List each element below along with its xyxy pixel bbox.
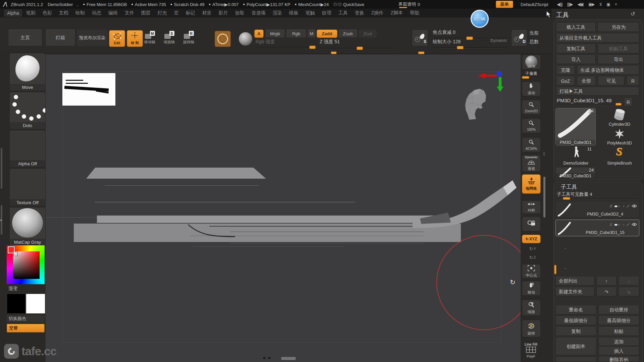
load-from-project-button[interactable]: 从项目文件载入工具 xyxy=(556,34,639,43)
list-all-button[interactable]: 全部列出 xyxy=(555,277,594,286)
menu-item[interactable]: Alpha xyxy=(4,9,22,17)
make-polymesh-button[interactable]: 生成 多边形网格物体 xyxy=(577,66,639,75)
restore-icon[interactable]: ▣ xyxy=(606,2,610,7)
clone-button[interactable]: 克隆 xyxy=(556,66,575,75)
menu-item[interactable]: 灯光 xyxy=(155,9,170,17)
menu-item[interactable]: Z插件 xyxy=(368,9,387,17)
import-button[interactable]: 导入 xyxy=(556,55,596,64)
material-sphere-icon[interactable] xyxy=(239,32,252,46)
canvas-scrollbar[interactable] xyxy=(281,357,296,360)
z-intensity-handle[interactable] xyxy=(357,47,363,50)
floor-grid-button[interactable]: 地网格 xyxy=(522,174,541,194)
divider-handle[interactable] xyxy=(331,52,336,54)
menu-item[interactable]: 帮助 xyxy=(407,9,422,17)
bpr-button[interactable]: BPR xyxy=(522,55,541,69)
save-as-button[interactable]: 另存为 xyxy=(598,23,639,32)
rotate-y-button[interactable]: ↻Y xyxy=(523,245,542,252)
menu-item[interactable]: 工具 xyxy=(335,9,351,17)
menu-item[interactable]: 模板 xyxy=(286,9,302,17)
current-material-button[interactable]: MatCap Gray xyxy=(9,207,46,246)
lowest-subdiv-button[interactable]: 最低级细分 xyxy=(555,316,596,325)
paste-tool-button[interactable]: 粘贴工具 xyxy=(598,45,639,53)
divider-left-icon[interactable]: ◀|||| xyxy=(557,2,562,7)
switch-color-button[interactable]: 切换颜色 xyxy=(7,315,45,322)
menu-item[interactable]: 宏 xyxy=(171,9,182,17)
active-tool-slider[interactable] xyxy=(557,104,623,105)
rotate-view-button[interactable]: 旋转 xyxy=(522,320,541,337)
minimize-icon[interactable]: ⊻ xyxy=(599,2,602,7)
half-icon[interactable]: ◐ xyxy=(618,222,621,227)
dock-left-icon[interactable]: ◀▣ xyxy=(577,2,584,7)
menu-item[interactable]: 标记 xyxy=(183,9,198,17)
rotate-axis-button[interactable]: R 旋转轴 xyxy=(183,31,194,45)
menu-item[interactable]: 色彩 xyxy=(40,9,55,17)
tool-item-cube-small[interactable]: 24 PM3D_Cube3D1 xyxy=(555,167,596,179)
half2-icon[interactable]: ◑ xyxy=(622,222,625,227)
paste-subtool-button[interactable]: 粘贴 xyxy=(598,327,639,336)
subtool-visible-handle[interactable] xyxy=(563,197,570,200)
half2-icon[interactable]: ◑ xyxy=(622,204,625,208)
focal-shift-handle[interactable] xyxy=(466,37,473,40)
subtool-item-selected[interactable]: ⇵ ●● ◐ ◑ PM3D_Cube3D1_15 xyxy=(555,220,639,236)
rgb-intensity-slider[interactable] xyxy=(256,47,315,48)
dynamic-size-button[interactable]: D xyxy=(511,30,527,46)
frame-center-button[interactable]: 中心点 xyxy=(522,264,541,278)
draw-size-slider[interactable] xyxy=(433,47,507,48)
gradient-label[interactable]: 渐变 xyxy=(8,286,18,292)
tool-item-demosoldier[interactable]: 11 DemoSoldier xyxy=(555,146,596,166)
menu-item[interactable]: 文件 xyxy=(122,9,137,17)
menu-item[interactable]: 纹理 xyxy=(319,9,334,17)
rotate-xyz-button[interactable]: ↻ XYZ xyxy=(522,235,541,243)
lightbox-tool-button[interactable]: 灯箱▶工具 xyxy=(556,87,639,96)
auto-reorder-button[interactable]: 自动重排 xyxy=(598,306,639,314)
viewport-canvas[interactable]: ↻ ◀ ▶ xyxy=(46,54,521,362)
color-picker[interactable] xyxy=(7,245,45,284)
move-to-folder-button[interactable]: ↷ xyxy=(596,288,616,296)
tool-item-polymesh[interactable]: PolyMesh3D xyxy=(599,127,640,145)
zoom2d-button[interactable]: Zoom2D xyxy=(522,100,541,115)
divider-right-icon[interactable]: ||||▶ xyxy=(567,2,573,7)
goz-all-button[interactable]: 全部 xyxy=(577,77,596,85)
menu-item[interactable]: 笔刷 xyxy=(23,9,39,17)
scale-axis-button[interactable]: S 缩放轴 xyxy=(164,31,175,45)
subtool-up-button[interactable]: ↑ xyxy=(596,277,616,286)
move-axis-button[interactable]: M 移动轴 xyxy=(144,31,155,45)
dock-right-icon[interactable]: ▣▶ xyxy=(588,2,595,7)
move-down-folder-button[interactable]: ↳ xyxy=(619,288,639,296)
goz-r-button[interactable]: R xyxy=(627,77,639,85)
rgb-button[interactable]: Rgb xyxy=(286,29,307,38)
copy-subtool-button[interactable]: 复制 xyxy=(555,327,596,336)
canvas-scroll-right-icon[interactable]: ▶ xyxy=(268,356,271,360)
append-button[interactable]: 追加 xyxy=(598,338,639,346)
menu-item[interactable]: 图层 xyxy=(138,9,154,17)
menu-item[interactable]: 影片 xyxy=(216,9,231,17)
load-tool-button[interactable]: 载入工具 xyxy=(556,23,596,32)
new-folder-button[interactable]: 新建文件夹 xyxy=(555,288,594,296)
divider-handle[interactable] xyxy=(418,52,424,54)
brush-toggle-icon[interactable] xyxy=(627,223,630,226)
shelf-expand-icon[interactable]: ▶ xyxy=(0,219,2,222)
draw-size-handle[interactable] xyxy=(457,46,464,49)
menu-item[interactable]: 文档 xyxy=(56,9,71,17)
brush-toggle-icon[interactable] xyxy=(627,205,630,208)
secondary-color-swatch[interactable] xyxy=(26,294,45,314)
polypaint-icon[interactable]: ●● xyxy=(614,222,616,227)
mrgb-button[interactable]: Mrgb xyxy=(265,29,285,38)
insert-button[interactable]: 插入 xyxy=(598,347,639,355)
m-button[interactable]: M xyxy=(307,29,316,38)
sv-selector-icon[interactable] xyxy=(14,252,17,256)
menu-item[interactable]: 首选项 xyxy=(249,9,269,17)
quicksave-button[interactable]: QuickSave xyxy=(343,0,364,9)
close-icon[interactable]: × xyxy=(615,2,617,7)
polypaint-icon[interactable]: ●● xyxy=(614,204,616,208)
draw-button[interactable]: 绘 制 xyxy=(127,30,143,47)
current-stroke-button[interactable]: Dots xyxy=(9,92,46,129)
current-brush-button[interactable]: Move xyxy=(9,53,46,91)
lightbox-button[interactable]: 灯箱 xyxy=(45,29,75,46)
saturation-value-box[interactable] xyxy=(13,251,40,279)
rename-button[interactable]: 重命名 xyxy=(555,306,596,314)
preview-boolean-button[interactable]: 预览布尔渲染 xyxy=(76,29,108,46)
move-view-button[interactable]: 移动 xyxy=(522,281,541,296)
symmetry-button[interactable]: 对称 xyxy=(522,200,541,214)
ac50-button[interactable]: AC50% xyxy=(522,137,541,152)
